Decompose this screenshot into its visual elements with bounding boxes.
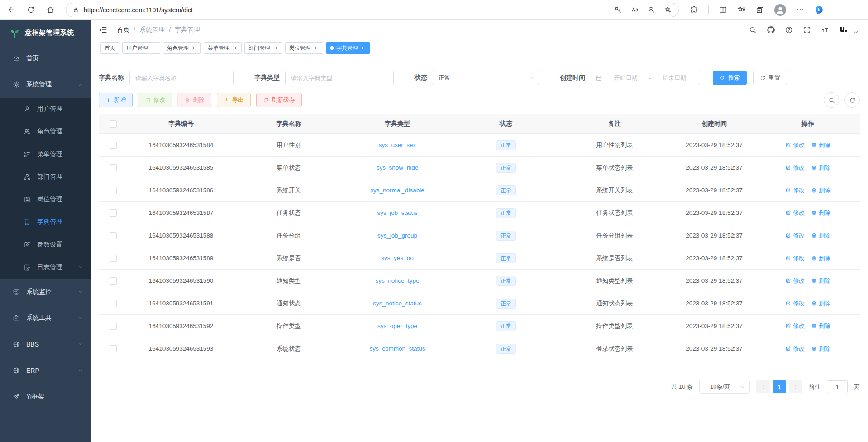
export-button[interactable]: 导出	[217, 93, 251, 107]
row-checkbox[interactable]	[110, 255, 117, 262]
user-logo-avatar[interactable]	[839, 26, 847, 34]
tab-dept-mgmt[interactable]: 部门管理	[244, 42, 282, 54]
font-size-icon[interactable]	[821, 26, 829, 34]
edit-button[interactable]: 修改	[138, 93, 172, 107]
dict-type-link[interactable]: sys_normal_disable	[370, 187, 424, 194]
profile-avatar[interactable]	[774, 4, 786, 16]
row-checkbox[interactable]	[110, 187, 117, 194]
row-edit-link[interactable]: 修改	[785, 209, 805, 217]
row-delete-link[interactable]: 删除	[811, 209, 830, 217]
sidebar-item-system-mgmt[interactable]: 系统管理	[0, 71, 91, 98]
dict-type-link[interactable]: sys_user_sex	[379, 142, 416, 148]
sidebar-item-user-mgmt[interactable]: 用户管理	[0, 98, 91, 120]
row-delete-link[interactable]: 删除	[811, 164, 830, 172]
reset-button[interactable]: 重置	[753, 71, 787, 85]
sidebar-item-system-tools[interactable]: 系统工具	[0, 305, 91, 331]
dict-type-link[interactable]: sys_notice_type	[376, 277, 420, 284]
read-aloud-icon[interactable]	[631, 6, 639, 14]
tab-user-mgmt[interactable]: 用户管理	[122, 42, 160, 54]
tab-home[interactable]: 首页	[100, 42, 119, 54]
help-icon[interactable]	[785, 26, 793, 34]
add-button[interactable]: 新增	[99, 93, 133, 107]
row-edit-link[interactable]: 修改	[785, 254, 805, 262]
row-delete-link[interactable]: 删除	[811, 299, 830, 308]
date-range-input[interactable]: 开始日期 - 结束日期	[591, 71, 700, 85]
dict-type-link[interactable]: sys_yes_no	[381, 255, 413, 261]
sidebar-item-role-mgmt[interactable]: 角色管理	[0, 120, 91, 143]
browser-home-icon[interactable]	[46, 5, 55, 14]
row-edit-link[interactable]: 修改	[785, 345, 805, 353]
refresh-cache-button[interactable]: 刷新缓存	[256, 93, 302, 107]
browser-back-icon[interactable]	[7, 5, 16, 14]
dict-type-link[interactable]: sys_show_hide	[377, 164, 418, 171]
page-size-select[interactable]: 10条/页	[699, 380, 750, 394]
breadcrumb-home[interactable]: 首页	[117, 26, 129, 34]
row-edit-link[interactable]: 修改	[785, 322, 805, 330]
row-checkbox[interactable]	[110, 209, 117, 217]
next-page-button[interactable]	[789, 380, 802, 393]
address-bar[interactable]: https://ccnetcore.com:1101/system/dict	[66, 3, 679, 17]
dict-name-input[interactable]	[129, 71, 234, 85]
dict-type-link[interactable]: sys_common_status	[369, 345, 425, 352]
show-search-button[interactable]	[824, 92, 839, 108]
browser-refresh-icon[interactable]	[27, 5, 35, 14]
prev-page-button[interactable]	[756, 380, 770, 393]
select-all-checkbox[interactable]	[110, 120, 117, 128]
row-edit-link[interactable]: 修改	[785, 299, 805, 308]
goto-page-input[interactable]	[827, 380, 848, 393]
sidebar-item-dept-mgmt[interactable]: 部门管理	[0, 166, 91, 188]
sidebar-item-post-mgmt[interactable]: 岗位管理	[0, 188, 91, 211]
refresh-table-button[interactable]	[844, 92, 860, 108]
row-edit-link[interactable]: 修改	[785, 186, 805, 195]
tab-role-mgmt[interactable]: 角色管理	[163, 42, 201, 54]
row-checkbox[interactable]	[110, 232, 117, 239]
sidebar-item-yi-framework[interactable]: Yi框架	[0, 384, 91, 410]
row-delete-link[interactable]: 删除	[811, 232, 830, 240]
sidebar-item-home[interactable]: 首页	[0, 45, 91, 71]
github-icon[interactable]	[767, 26, 775, 34]
page-number-button[interactable]: 1	[773, 380, 786, 393]
row-delete-link[interactable]: 删除	[811, 186, 830, 195]
favorite-add-icon[interactable]	[664, 6, 672, 14]
dict-type-link[interactable]: sys_notice_status	[373, 300, 421, 307]
tab-dict-mgmt[interactable]: 字典管理	[326, 42, 370, 54]
row-checkbox[interactable]	[110, 164, 117, 171]
dict-type-input[interactable]	[285, 71, 394, 85]
dict-type-link[interactable]: sys_job_status	[377, 209, 417, 216]
sidebar-item-menu-mgmt[interactable]: 菜单管理	[0, 143, 91, 166]
row-delete-link[interactable]: 删除	[811, 254, 830, 262]
sidebar-item-erp[interactable]: ERP	[0, 357, 91, 384]
status-select[interactable]: 正常	[433, 71, 539, 85]
row-delete-link[interactable]: 删除	[811, 277, 830, 285]
row-delete-link[interactable]: 删除	[811, 345, 830, 353]
sidebar-item-bbs[interactable]: BBS	[0, 331, 91, 357]
row-checkbox[interactable]	[110, 277, 117, 285]
bing-chat-icon[interactable]: b	[815, 5, 823, 14]
dict-type-link[interactable]: sys_job_group	[377, 232, 417, 239]
favorites-icon[interactable]	[737, 5, 746, 14]
tab-post-mgmt[interactable]: 岗位管理	[285, 42, 323, 54]
fullscreen-icon[interactable]	[803, 26, 811, 34]
dict-type-link[interactable]: sys_oper_type	[377, 323, 417, 329]
sidebar-item-system-monitor[interactable]: 系统监控	[0, 279, 91, 305]
sidebar-item-param-config[interactable]: 参数设置	[0, 233, 91, 256]
more-options-icon[interactable]	[796, 5, 805, 14]
header-search-icon[interactable]	[749, 26, 757, 34]
password-key-icon[interactable]	[614, 6, 622, 14]
search-button[interactable]: 搜索	[713, 71, 747, 85]
delete-button[interactable]: 删除	[177, 93, 211, 107]
row-edit-link[interactable]: 修改	[785, 232, 805, 240]
row-checkbox[interactable]	[110, 142, 117, 149]
app-logo[interactable]: 意框架管理系统	[0, 20, 91, 45]
row-checkbox[interactable]	[110, 300, 117, 307]
row-edit-link[interactable]: 修改	[785, 277, 805, 285]
zoom-out-icon[interactable]	[648, 6, 655, 14]
tab-menu-mgmt[interactable]: 菜单管理	[204, 42, 242, 54]
collections-icon[interactable]	[756, 5, 764, 14]
row-delete-link[interactable]: 删除	[811, 322, 830, 330]
row-checkbox[interactable]	[110, 323, 117, 330]
sidebar-fold-icon[interactable]	[99, 25, 108, 34]
split-screen-icon[interactable]	[719, 5, 727, 14]
extensions-icon[interactable]	[690, 5, 698, 14]
row-edit-link[interactable]: 修改	[785, 141, 805, 149]
